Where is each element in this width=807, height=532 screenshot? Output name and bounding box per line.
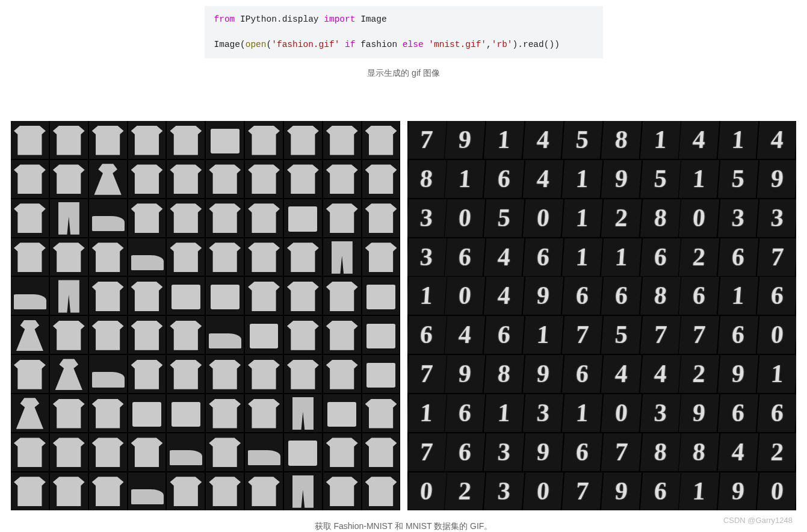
mnist-cell: 6 (562, 277, 602, 315)
fashion-cell (89, 394, 127, 432)
mnist-cell: 6 (718, 238, 758, 276)
mnist-cell: 9 (523, 433, 563, 471)
fashion-cell (128, 121, 166, 159)
mnist-cell: 0 (757, 316, 796, 354)
fashion-cell (284, 160, 322, 198)
mnist-cell: 1 (679, 472, 719, 510)
mnist-cell: 6 (484, 316, 524, 354)
fashion-cell (50, 355, 88, 393)
fashion-cell (206, 160, 244, 198)
mnist-cell: 7 (640, 316, 680, 354)
fashion-cell (89, 238, 127, 276)
figure-row: 7914581414816419515930501280333646116267… (11, 121, 796, 510)
fashion-cell (206, 238, 244, 276)
mnist-cell: 7 (407, 355, 447, 393)
mnist-cell: 2 (601, 199, 642, 237)
fashion-cell (50, 238, 88, 276)
fashion-cell (284, 433, 322, 471)
fashion-cell (206, 277, 244, 315)
mnist-cell: 2 (445, 472, 485, 510)
mnist-cell: 1 (601, 238, 642, 276)
fashion-cell (245, 121, 283, 159)
fashion-cell (206, 121, 244, 159)
fashion-cell (167, 121, 205, 159)
mnist-cell: 1 (484, 121, 524, 159)
mnist-cell: 3 (718, 199, 758, 237)
fashion-cell (323, 277, 361, 315)
fashion-cell (50, 472, 88, 510)
mnist-cell: 3 (640, 394, 680, 432)
fashion-cell (50, 433, 88, 471)
code-block: from IPython.display import Image Image(… (205, 6, 603, 58)
mnist-cell: 6 (445, 394, 485, 432)
fashion-cell (284, 277, 322, 315)
fashion-cell (89, 160, 127, 198)
fashion-cell (167, 394, 205, 432)
mnist-cell: 9 (718, 355, 758, 393)
fashion-cell (284, 472, 322, 510)
mnist-cell: 6 (523, 238, 563, 276)
mnist-cell: 7 (562, 316, 602, 354)
fashion-cell (167, 160, 205, 198)
fashion-cell (323, 199, 361, 237)
mnist-cell: 6 (640, 238, 680, 276)
mnist-cell: 6 (601, 277, 642, 315)
fashion-cell (362, 199, 400, 237)
fashion-cell (362, 160, 400, 198)
mnist-cell: 7 (562, 472, 602, 510)
mnist-cell: 1 (562, 199, 602, 237)
mnist-cell: 0 (679, 199, 719, 237)
mnist-cell: 4 (757, 121, 796, 159)
fashion-cell (245, 316, 283, 354)
fashion-cell (284, 355, 322, 393)
mnist-cell: 9 (523, 277, 563, 315)
mnist-cell: 8 (679, 433, 719, 471)
mnist-cell: 9 (757, 160, 796, 198)
mnist-cell: 1 (679, 160, 719, 198)
mnist-cell: 9 (718, 472, 758, 510)
mnist-cell: 0 (523, 199, 563, 237)
fashion-cell (362, 472, 400, 510)
mnist-image: 7914581414816419515930501280333646116267… (407, 121, 797, 510)
fashion-cell (50, 121, 88, 159)
fashion-cell (128, 160, 166, 198)
mnist-cell: 9 (679, 394, 719, 432)
fashion-cell (50, 199, 88, 237)
fashion-cell (206, 199, 244, 237)
fashion-cell (11, 355, 49, 393)
fashion-cell (89, 316, 127, 354)
fashion-cell (362, 121, 400, 159)
mnist-cell: 2 (757, 433, 796, 471)
fashion-cell (89, 355, 127, 393)
mnist-cell: 4 (679, 121, 719, 159)
fashion-cell (11, 238, 49, 276)
mnist-cell: 0 (523, 472, 563, 510)
mnist-cell: 1 (523, 316, 563, 354)
fashion-cell (11, 121, 49, 159)
fashion-cell (128, 355, 166, 393)
fashion-cell (11, 160, 49, 198)
fashion-cell (362, 277, 400, 315)
fashion-cell (323, 160, 361, 198)
mnist-cell: 6 (562, 433, 602, 471)
fashion-cell (323, 394, 361, 432)
fashion-cell (284, 316, 322, 354)
fashion-cell (245, 238, 283, 276)
fashion-cell (128, 394, 166, 432)
fashion-cell (167, 433, 205, 471)
mnist-cell: 2 (679, 238, 719, 276)
fashion-cell (206, 472, 244, 510)
mnist-cell: 3 (523, 394, 563, 432)
mnist-cell: 1 (407, 394, 447, 432)
mnist-cell: 1 (484, 394, 524, 432)
mnist-cell: 7 (679, 316, 719, 354)
mnist-cell: 0 (445, 199, 485, 237)
mnist-cell: 4 (601, 355, 642, 393)
mnist-cell: 1 (718, 277, 758, 315)
mnist-cell: 4 (445, 316, 485, 354)
mnist-cell: 0 (445, 277, 485, 315)
mnist-cell: 3 (484, 433, 524, 471)
fashion-cell (323, 472, 361, 510)
fashion-cell (128, 238, 166, 276)
fashion-cell (167, 238, 205, 276)
